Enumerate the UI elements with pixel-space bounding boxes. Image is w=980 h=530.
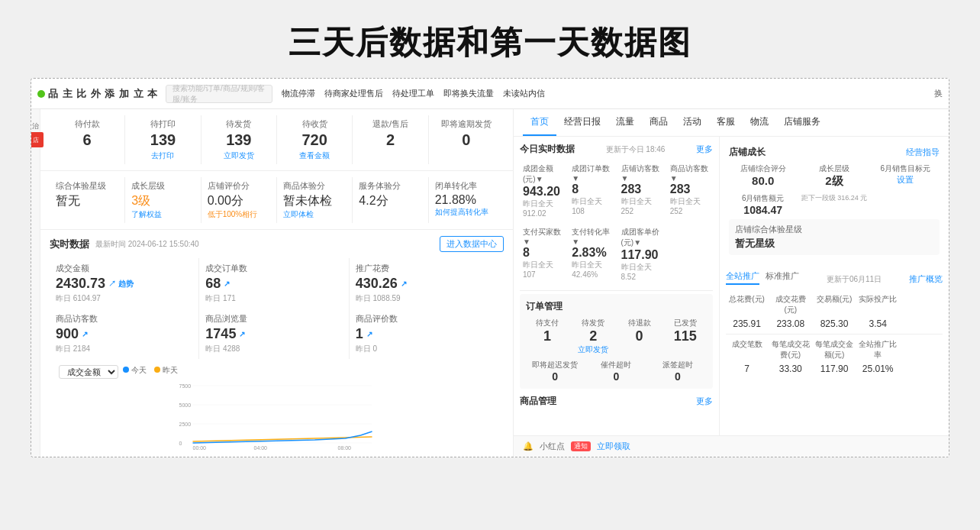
sec-nav-activities[interactable]: 活动 [675,109,709,136]
nav-item-logistics[interactable]: 物流停滞 [282,88,315,99]
today-section-meta: 更新于今日 18:46 [606,144,666,155]
product-mgmt-header: 商品管理 更多 [520,395,713,408]
rt-trend-reviews[interactable]: ↗ [366,330,372,338]
dashboard: 品 主 比 外 添 加 立 本 搜索功能/订单/商品/规则/客服/账务 物流停滞… [31,78,949,457]
today-grid: 成团金额(元)▼ 943.20 昨日全天 912.02 成团订单数▼ 8 昨日全… [520,160,713,284]
sales-target: 6月销售目标元 设置 [872,163,940,189]
realtime-section: 实时数据 最新时间 2024-06-12 15:50:40 进入数据中心 成交金… [40,230,513,457]
search-bar[interactable]: 搜索功能/订单/商品/规则/客服/账务 [166,85,272,103]
today-realtime-section: 今日实时数据 更新于今日 18:46 更多 成团金额(元)▼ 943.20 昨日… [520,143,713,284]
sec-nav-daily[interactable]: 经营日报 [556,109,608,136]
view-amount-link[interactable]: 查看金额 [299,150,330,161]
today-section-title: 今日实时数据 [520,143,575,156]
sales-row: 6月销售额元 1084.47 距下一段级 316.24 元 [729,193,940,216]
promo-overview-link[interactable]: 推广概览 [909,273,943,285]
sales-sub: 距下一段级 316.24 元 [800,193,868,216]
sec-nav-home[interactable]: 首页 [523,109,556,136]
today-item-avg-price: 成团客单价(元)▼ 117.90 昨日全天 8.52 [618,224,664,284]
star-level-label: 店铺综合体验星级 [735,224,933,235]
set-target-link[interactable]: 设置 [872,174,940,186]
nav-item-workorder[interactable]: 待处理工单 [392,88,434,99]
rt-trend-visitors[interactable]: ↗ [82,330,88,338]
stat-pending-receive: 待收货 720 查看金额 [277,115,353,164]
order-pending-pay: 待支付 1 [526,318,569,355]
sec-nav-service[interactable]: 客服 [709,109,743,136]
today-section-header: 今日实时数据 更新于今日 18:46 更多 [520,143,713,156]
metric-shop-score: 店铺评价分 0.00分 低于100%相行 [201,177,277,223]
sec-nav-products[interactable]: 商品 [642,109,675,136]
enter-data-center-button[interactable]: 进入数据中心 [440,236,504,252]
metric-product-score: 商品体验分 暂未体检 立即体检 [277,177,353,223]
rt-item-orders: 成交订单数 68 ↗ 昨日 171 [199,258,349,309]
star-level-value: 暂无星级 [735,237,933,250]
svg-text:0: 0 [179,441,182,446]
today-item-product-visitors: 商品访客数▼ 283 昨日全天 252 [667,160,713,221]
bottom-bar: 🔔 小红点 通知 立即领取 [514,435,949,457]
improve-conversion-link[interactable]: 如何提高转化率 [435,207,498,218]
svg-text:7500: 7500 [179,383,192,389]
metric-service-score: 服务体验分 4.2分 [353,177,428,223]
nav-more[interactable]: 换 [934,88,943,99]
check-now-link[interactable]: 立即体检 [283,209,346,220]
chart-select-dropdown[interactable]: 成交金额 [59,365,118,379]
today-item-conversion: 支付转化率▼ 2.83% 昨日全天 42.46% [569,224,614,284]
product-mgmt-title: 商品管理 [520,395,556,408]
go-print-link[interactable]: 去打印 [151,150,174,161]
bottom-bar-text: 小红点 [540,441,565,452]
bottom-bar-link[interactable]: 立即领取 [597,441,630,452]
sec-nav-logistics[interactable]: 物流 [743,109,776,136]
sec-nav-traffic[interactable]: 流量 [608,109,642,136]
product-mgmt-more[interactable]: 更多 [696,396,713,407]
chart-selector: 成交金额 今天 昨天 [59,365,495,379]
shop-growth-link[interactable]: 经营指导 [906,147,940,158]
today-item-visitors: 店铺访客数▼ 283 昨日全天 252 [618,160,664,221]
sec-nav-shop-services[interactable]: 店铺服务 [776,109,828,136]
order-pending-ship: 待发货 2 立即发货 [572,318,614,355]
nav-item-messages[interactable]: 未读站内信 [503,88,545,99]
left-panel: 待付款 6 待打印 139 去打印 待发货 139 立即发货 待收货 720 查… [40,109,514,457]
rt-trend-amount[interactable]: ↗ 趋势 [108,279,134,289]
growth-level: 成长层级 2级 [800,163,868,189]
shop-growth-header: 店铺成长 经营指导 [729,146,940,159]
secondary-nav: 首页 经营日报 流量 商品 活动 客服 物流 店铺服务 [514,109,949,137]
understand-rights-link[interactable]: 了解权益 [131,209,194,220]
shop-growth-title: 店铺成长 [729,146,766,159]
today-more-link[interactable]: 更多 [696,144,713,155]
order-section-title: 订单管理 [526,300,563,313]
logo-dot [37,90,45,98]
promo-tab-standard[interactable]: 标准推广 [766,270,799,285]
order-section: 订单管理 待支付 1 待发货 2 立即发货 [520,294,713,389]
today-item-orders: 成团订单数▼ 8 昨日全天 108 [569,160,614,221]
promo-header: 全站推广 标准推广 更新于06月11日 推广概览 [726,270,943,288]
svg-text:04:00: 04:00 [254,445,268,451]
promo-tab-all[interactable]: 全站推广 [726,270,759,285]
line-chart: 7500 5000 2500 0 [59,382,495,451]
order-shipped: 已发货 115 [664,318,707,355]
page-title: 三天后数据和第一天数据图 [0,0,980,78]
svg-text:2500: 2500 [179,422,192,427]
rt-trend-views[interactable]: ↗ [239,330,245,338]
nav-item-traffic[interactable]: 即将换失流量 [443,88,494,99]
top-nav-items: 物流停滞 待商家处理售后 待处理工单 即将换失流量 未读站内信 [282,88,931,99]
order-ship-link[interactable]: 立即发货 [572,344,614,355]
right-content: 今日实时数据 更新于今日 18:46 更多 成团金额(元)▼ 943.20 昨日… [514,137,949,435]
today-item-buyers: 支付买家数▼ 8 昨日全天 107 [520,224,566,284]
left-sidebar: 治 店 [31,109,40,457]
realtime-header: 实时数据 最新时间 2024-06-12 15:50:40 进入数据中心 [50,236,504,252]
rt-trend-promo[interactable]: ↗ [401,280,407,288]
nav-item-aftersale[interactable]: 待商家处理售后 [324,88,383,99]
search-placeholder: 搜索功能/订单/商品/规则/客服/账务 [172,83,266,105]
promo-grid-row1: 235.91 233.08 825.30 3.54 [726,317,943,331]
stat-pending-print: 待打印 139 去打印 [125,115,201,164]
shop-growth-section: 店铺成长 经营指导 店铺综合评分 80.0 成长层级 2级 [726,143,943,264]
right-side: 店铺成长 经营指导 店铺综合评分 80.0 成长层级 2级 [720,137,949,435]
rt-trend-orders[interactable]: ↗ [224,280,230,288]
main-content: 治 店 待付款 6 待打印 139 去打印 待发货 139 [31,109,949,457]
rt-item-reviews: 商品评价数 1 ↗ 昨日 0 [350,309,499,359]
order-grid-row2: 即将超迟发货 0 催件超时 0 派签超时 0 [526,360,707,383]
metric-growth-level: 成长层级 3级 了解权益 [125,177,201,223]
shop-score: 店铺综合评分 80.0 [729,163,797,189]
promo-update-time: 更新于06月11日 [827,274,882,285]
chart-area: 成交金额 今天 昨天 7500 5000 [50,359,504,451]
ship-now-link[interactable]: 立即发货 [224,150,254,161]
